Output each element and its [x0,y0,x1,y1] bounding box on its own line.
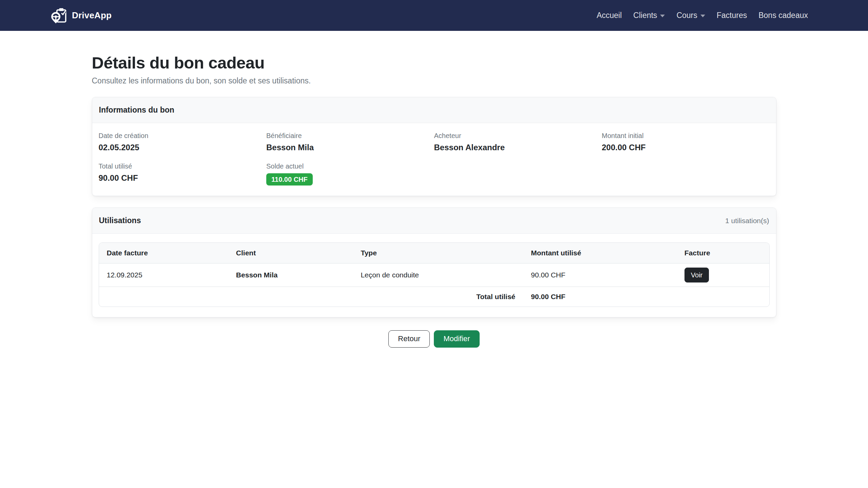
cell-type: Leçon de conduite [353,263,523,287]
modifier-button[interactable]: Modifier [434,330,479,348]
info-card-body: Date de création 02.05.2025 Bénéficiaire… [92,123,776,196]
retour-button[interactable]: Retour [388,330,430,348]
nav-item-label: Bons cadeaux [758,11,808,20]
field-total-utilise: Total utilisé 90.00 CHF [99,162,267,186]
balance-badge: 110.00 CHF [266,173,313,186]
col-header-type: Type [353,243,523,263]
info-card-header: Informations du bon [92,97,776,123]
voir-invoice-button[interactable]: Voir [684,268,709,282]
info-card: Informations du bon Date de création 02.… [92,97,776,196]
field-solde-actuel: Solde actuel 110.00 CHF [266,162,434,186]
table-footer-row: Total utilisé 90.00 CHF [99,287,769,307]
cell-client: Besson Mila [228,263,353,287]
field-value: 200.00 CHF [602,143,770,152]
field-value: Besson Mila [266,143,434,152]
field-label: Date de création [99,132,267,140]
usages-card: Utilisations 1 utilisation(s) Date factu… [92,208,776,317]
field-acheteur: Acheteur Besson Alexandre [434,132,602,152]
field-label: Montant initial [602,132,770,140]
empty-cell [677,287,769,307]
nav-item-label: Accueil [597,11,622,20]
nav-item-clients[interactable]: Clients [628,7,671,23]
field-value: 90.00 CHF [99,173,267,183]
field-label: Acheteur [434,132,602,140]
chevron-down-icon [700,15,705,17]
table-header-row: Date facture Client Type Montant utilisé… [99,243,769,263]
usages-card-header: Utilisations 1 utilisation(s) [92,208,776,234]
nav-item-cours[interactable]: Cours [671,7,711,23]
nav-item-label: Clients [633,11,657,20]
nav-item-bons-cadeaux[interactable]: Bons cadeaux [753,7,814,23]
field-label: Total utilisé [99,162,267,170]
navbar: DriveApp Accueil Clients Cours Factures … [0,0,868,31]
field-label: Bénéficiaire [266,132,434,140]
col-header-client: Client [228,243,353,263]
usages-card-title: Utilisations [99,216,141,225]
main-content: Détails du bon cadeau Consultez les info… [92,53,776,375]
usages-card-body: Date facture Client Type Montant utilisé… [92,234,776,317]
page-title: Détails du bon cadeau [92,53,776,72]
chevron-down-icon [660,15,665,17]
usages-count: 1 utilisation(s) [725,217,769,225]
nav-item-label: Factures [717,11,747,20]
col-header-facture: Facture [677,243,769,263]
field-date-creation: Date de création 02.05.2025 [99,132,267,152]
nav-links: Accueil Clients Cours Factures Bons cade… [591,7,814,23]
col-header-montant-utilise: Montant utilisé [523,243,677,263]
field-value: Besson Alexandre [434,143,602,152]
nav-item-accueil[interactable]: Accueil [591,7,628,23]
page-subtitle: Consultez les informations du bon, son s… [92,76,776,85]
cell-action: Voir [677,263,769,287]
info-fields-grid: Date de création 02.05.2025 Bénéficiaire… [99,132,770,186]
field-beneficiaire: Bénéficiaire Besson Mila [266,132,434,152]
cell-amount: 90.00 CHF [523,263,677,287]
col-header-date-facture: Date facture [99,243,228,263]
field-label: Solde actuel [266,162,434,170]
usages-table: Date facture Client Type Montant utilisé… [99,242,770,307]
nav-item-factures[interactable]: Factures [711,7,753,23]
field-montant-initial: Montant initial 200.00 CHF [602,132,770,152]
brand-name: DriveApp [72,10,112,21]
cell-date: 12.09.2025 [99,263,228,287]
field-value: 02.05.2025 [99,143,267,152]
nav-item-label: Cours [676,11,697,20]
driveapp-logo-icon [51,7,68,24]
info-card-title: Informations du bon [99,105,174,115]
table-row: 12.09.2025 Besson Mila Leçon de conduite… [99,263,769,287]
page-actions: Retour Modifier [92,330,776,375]
total-label: Total utilisé [99,287,523,307]
brand-link[interactable]: DriveApp [51,7,112,24]
total-value: 90.00 CHF [523,287,677,307]
